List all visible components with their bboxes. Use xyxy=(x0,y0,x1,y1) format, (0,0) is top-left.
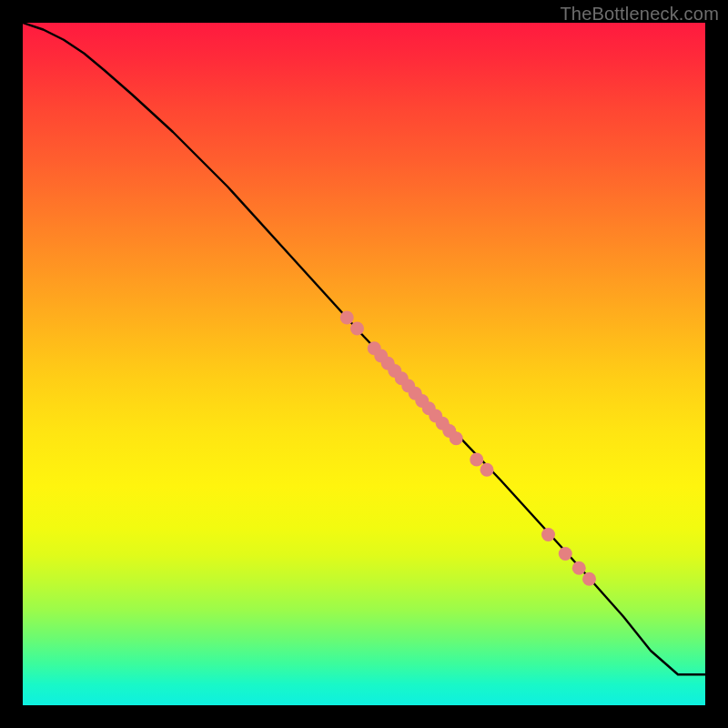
plot-area xyxy=(23,23,705,705)
chart-stage: TheBottleneck.com xyxy=(0,0,728,728)
watermark-text: TheBottleneck.com xyxy=(560,4,719,25)
data-point xyxy=(582,572,596,586)
data-point xyxy=(559,547,572,561)
curve-line xyxy=(23,23,705,674)
data-point xyxy=(541,528,555,541)
chart-overlay xyxy=(23,23,705,705)
data-point xyxy=(450,431,463,445)
data-point xyxy=(470,453,483,467)
data-point xyxy=(340,311,354,325)
data-point xyxy=(572,561,586,575)
scatter-points xyxy=(340,311,596,586)
data-point xyxy=(350,322,364,336)
data-point xyxy=(480,463,494,477)
